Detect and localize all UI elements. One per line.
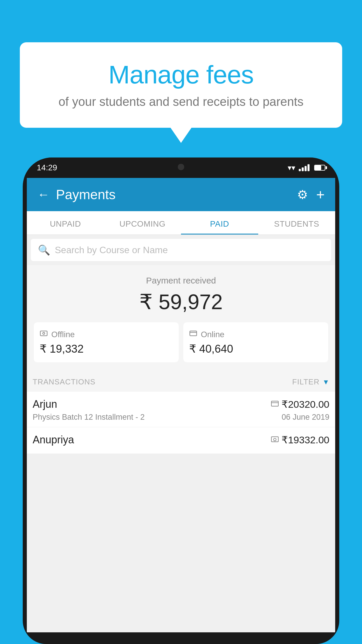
signal-icon (299, 164, 310, 171)
transaction-name-2: Anupriya (33, 434, 74, 446)
transaction-course-1: Physics Batch 12 Installment - 2 (33, 413, 145, 422)
offline-card: Offline ₹ 19,332 (34, 322, 179, 362)
tabs-bar: UNPAID UPCOMING PAID STUDENTS (27, 211, 335, 235)
transaction-amount-container-2: ₹19332.00 (271, 434, 329, 446)
bubble-title: Manage fees (34, 60, 328, 90)
transaction-bottom-1: Physics Batch 12 Installment - 2 06 June… (33, 413, 329, 422)
status-bar: 14:29 ▾▾ (23, 158, 339, 178)
phone-screen: ← Payments ⚙ + UNPAID UPCOMING PAID STUD… (27, 178, 335, 632)
speech-bubble: Manage fees of your students and send re… (20, 42, 342, 128)
front-camera (178, 164, 184, 170)
svg-point-7 (274, 438, 276, 441)
app-header: ← Payments ⚙ + (27, 178, 335, 211)
tab-paid[interactable]: PAID (181, 211, 258, 235)
offline-card-header: Offline (40, 329, 173, 340)
search-icon: 🔍 (38, 244, 50, 256)
offline-icon (40, 329, 48, 340)
payment-received-label: Payment received (34, 276, 328, 286)
transaction-amount-container-1: ₹20320.00 (271, 398, 329, 410)
table-row[interactable]: Arjun ₹20320.00 Physics Batch 12 Install… (27, 392, 335, 427)
transaction-top-1: Arjun ₹20320.00 (33, 398, 329, 410)
transaction-amount-2: ₹19332.00 (282, 434, 329, 446)
wifi-icon: ▾▾ (288, 163, 295, 172)
payment-summary: Payment received ₹ 59,972 Offline (27, 265, 335, 370)
header-left: ← Payments (37, 187, 116, 202)
transactions-label: TRANSACTIONS (33, 377, 96, 386)
search-bar[interactable]: 🔍 Search by Course or Name (31, 239, 331, 261)
speech-bubble-container: Manage fees of your students and send re… (20, 42, 342, 128)
header-right: ⚙ + (297, 186, 325, 203)
add-icon[interactable]: + (316, 186, 325, 203)
svg-rect-4 (271, 401, 278, 406)
offline-amount: ₹ 19,332 (40, 342, 173, 355)
filter-container[interactable]: FILTER ▼ (292, 377, 329, 386)
page-title: Payments (56, 187, 116, 202)
filter-label: FILTER (292, 377, 320, 386)
filter-icon: ▼ (322, 378, 329, 386)
tab-students[interactable]: STUDENTS (258, 211, 335, 235)
back-button[interactable]: ← (37, 188, 50, 202)
transaction-amount-1: ₹20320.00 (282, 398, 329, 410)
transaction-top-2: Anupriya ₹19332.00 (33, 434, 329, 446)
online-card-header: Online (189, 329, 322, 340)
svg-rect-2 (190, 331, 196, 336)
online-card: Online ₹ 40,640 (183, 322, 328, 362)
payment-cards: Offline ₹ 19,332 Online (34, 322, 328, 362)
tab-unpaid[interactable]: UNPAID (27, 211, 104, 235)
online-label: Online (201, 330, 224, 339)
svg-point-1 (43, 332, 45, 335)
online-amount: ₹ 40,640 (189, 342, 322, 355)
online-payment-icon-1 (271, 400, 279, 409)
battery-icon (314, 165, 325, 171)
notch (158, 158, 204, 174)
online-icon (189, 329, 197, 340)
transaction-name-1: Arjun (33, 398, 57, 410)
phone-frame: 14:29 ▾▾ ← Payments ⚙ (23, 158, 339, 644)
transactions-header: TRANSACTIONS FILTER ▼ (27, 370, 335, 392)
settings-icon[interactable]: ⚙ (297, 188, 308, 202)
tab-upcoming[interactable]: UPCOMING (104, 211, 181, 235)
status-icons: ▾▾ (288, 163, 325, 172)
offline-payment-icon-2 (271, 435, 279, 444)
status-time: 14:29 (37, 163, 57, 172)
search-input[interactable]: Search by Course or Name (55, 245, 168, 256)
payment-total-amount: ₹ 59,972 (34, 290, 328, 314)
bubble-subtitle: of your students and send receipts to pa… (34, 95, 328, 109)
offline-label: Offline (51, 330, 75, 339)
transaction-date-1: 06 June 2019 (282, 413, 329, 422)
table-row[interactable]: Anupriya ₹19332.00 (27, 427, 335, 454)
svg-rect-0 (40, 331, 47, 336)
